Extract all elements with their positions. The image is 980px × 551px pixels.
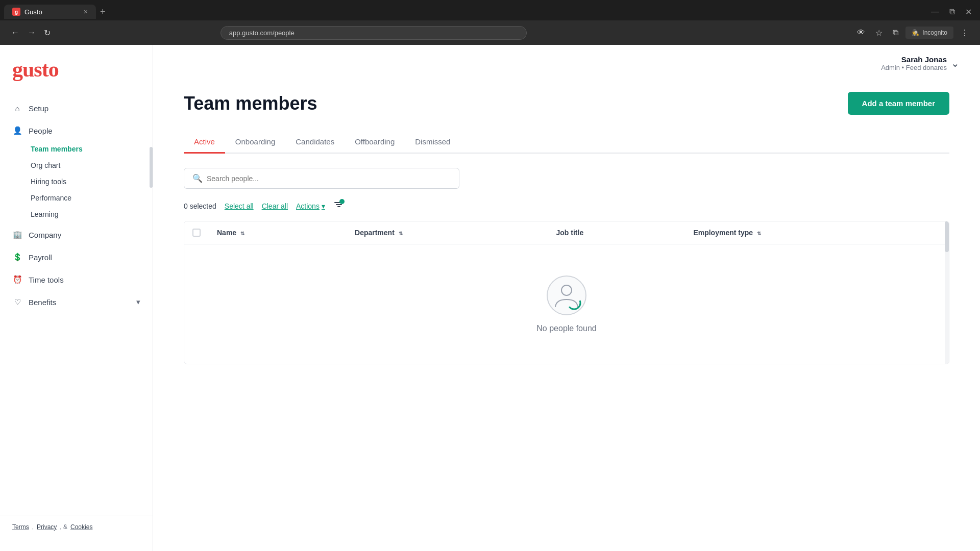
address-bar[interactable]: app.gusto.com/people — [220, 26, 527, 40]
benefits-label: Benefits — [29, 298, 56, 307]
time-tools-label: Time tools — [29, 276, 64, 284]
select-all-link[interactable]: Select all — [225, 202, 254, 210]
bookmark-icon[interactable]: ☆ — [872, 26, 886, 40]
incognito-label: Incognito — [922, 29, 947, 36]
table-container: Name ⇅ Department ⇅ Job title — [184, 221, 949, 364]
privacy-link[interactable]: Privacy — [37, 523, 57, 531]
performance-label: Performance — [31, 194, 71, 202]
sidebar-item-people[interactable]: 👤 People — [0, 120, 153, 141]
reload-button[interactable]: ↻ — [41, 26, 54, 40]
org-chart-label: Org chart — [31, 161, 60, 169]
column-name[interactable]: Name ⇅ — [209, 221, 347, 244]
address-text: app.gusto.com/people — [229, 29, 295, 37]
select-all-checkbox-header[interactable] — [184, 221, 209, 244]
hiring-tools-label: Hiring tools — [31, 178, 66, 186]
close-tab-button[interactable]: × — [84, 8, 88, 16]
filter-active-dot — [339, 199, 345, 204]
actions-arrow-icon: ▾ — [322, 202, 325, 210]
eye-slash-icon[interactable]: 👁 — [854, 26, 868, 39]
new-tab-button[interactable]: + — [96, 7, 110, 17]
search-input[interactable] — [207, 174, 451, 183]
selected-count: 0 selected — [184, 202, 216, 210]
setup-label: Setup — [29, 104, 48, 113]
sidebar-footer: Terms , Privacy , & Cookies — [0, 515, 153, 539]
tab-active[interactable]: Active — [184, 131, 225, 154]
no-people-icon — [546, 275, 587, 316]
people-section: 👤 People Team members Org chart Hiring t… — [0, 120, 153, 222]
actions-label: Actions — [296, 202, 320, 210]
search-wrapper[interactable]: 🔍 — [184, 168, 459, 189]
menu-button[interactable]: ⋮ — [958, 26, 972, 40]
user-name: Sarah Jonas — [881, 55, 947, 64]
no-people-state: No people found — [184, 244, 949, 364]
sidebar-item-setup[interactable]: ⌂ Setup — [0, 98, 153, 118]
split-view-icon[interactable]: ⧉ — [890, 26, 901, 39]
tab-candidates[interactable]: Candidates — [285, 131, 345, 154]
people-table: Name ⇅ Department ⇅ Job title — [184, 221, 949, 244]
restore-button[interactable]: ⧉ — [945, 5, 959, 18]
add-team-member-button[interactable]: Add a team member — [848, 92, 949, 115]
column-job-title: Job title — [548, 221, 685, 244]
tabs-bar: Active Onboarding Candidates Offboarding… — [184, 131, 949, 154]
people-label: People — [29, 127, 53, 135]
benefits-chevron: ▾ — [136, 297, 140, 307]
back-button[interactable]: ← — [8, 26, 22, 39]
tab-favicon: g — [12, 8, 20, 16]
sidebar-item-team-members[interactable]: Team members — [18, 141, 153, 157]
table-scroll[interactable]: Name ⇅ Department ⇅ Job title — [184, 221, 949, 244]
setup-icon: ⌂ — [12, 103, 22, 113]
company-label: Company — [29, 231, 61, 239]
sidebar-item-company[interactable]: 🏢 Company — [0, 224, 153, 245]
payroll-label: Payroll — [29, 253, 52, 262]
actions-button[interactable]: Actions ▾ — [296, 202, 325, 210]
minimize-button[interactable]: — — [927, 5, 943, 18]
user-info: Sarah Jonas Admin • Feed donares — [881, 55, 947, 71]
select-all-checkbox[interactable] — [192, 229, 201, 237]
name-sort-icon: ⇅ — [240, 231, 244, 236]
toolbar: 0 selected Select all Clear all Actions … — [184, 199, 949, 213]
tab-dismissed[interactable]: Dismissed — [405, 131, 460, 154]
filter-button[interactable] — [333, 199, 345, 213]
setup-section: ⌂ Setup — [0, 98, 153, 118]
forward-button[interactable]: → — [24, 26, 39, 39]
footer-sep2: , & — [60, 523, 67, 531]
incognito-button[interactable]: 🕵 Incognito — [905, 27, 953, 39]
search-container: 🔍 — [184, 168, 949, 189]
no-people-message: No people found — [536, 324, 596, 333]
table-scrollbar[interactable] — [945, 221, 949, 364]
page-title: Team members — [184, 93, 317, 114]
sidebar-item-learning[interactable]: Learning — [18, 206, 153, 222]
time-icon: ⏰ — [12, 274, 22, 285]
cookies-link[interactable]: Cookies — [70, 523, 92, 531]
sidebar-item-benefits[interactable]: ♡ Benefits ▾ — [0, 292, 153, 312]
table-scrollbar-thumb — [945, 221, 949, 252]
sidebar-item-time-tools[interactable]: ⏰ Time tools — [0, 269, 153, 290]
terms-link[interactable]: Terms — [12, 523, 29, 531]
user-role: Admin • Feed donares — [881, 64, 947, 71]
sidebar-item-org-chart[interactable]: Org chart — [18, 157, 153, 173]
page-header: Team members Add a team member — [184, 92, 949, 115]
sidebar-item-hiring-tools[interactable]: Hiring tools — [18, 173, 153, 190]
benefits-section: ♡ Benefits ▾ — [0, 292, 153, 312]
sidebar-item-performance[interactable]: Performance — [18, 190, 153, 206]
main-content: Team members Add a team member Active On… — [153, 71, 980, 551]
people-submenu: Team members Org chart Hiring tools Perf… — [0, 141, 153, 222]
close-window-button[interactable]: ✕ — [961, 5, 976, 19]
sidebar-item-payroll[interactable]: 💲 Payroll — [0, 247, 153, 267]
time-tools-section: ⏰ Time tools — [0, 269, 153, 290]
payroll-section: 💲 Payroll — [0, 247, 153, 267]
user-profile[interactable]: Sarah Jonas Admin • Feed donares ⌄ — [881, 55, 960, 71]
column-employment-type[interactable]: Employment type ⇅ — [685, 221, 949, 244]
learning-label: Learning — [31, 210, 59, 218]
sidebar-scrollbar[interactable] — [150, 147, 153, 188]
footer-sep1: , — [32, 523, 34, 531]
tab-offboarding[interactable]: Offboarding — [345, 131, 405, 154]
logo-area: gusto — [0, 57, 153, 98]
tab-onboarding[interactable]: Onboarding — [225, 131, 285, 154]
column-department[interactable]: Department ⇅ — [347, 221, 548, 244]
clear-all-link[interactable]: Clear all — [262, 202, 288, 210]
company-section: 🏢 Company — [0, 224, 153, 245]
active-tab[interactable]: g Gusto × — [4, 5, 96, 19]
benefits-icon: ♡ — [12, 297, 22, 307]
user-chevron-icon: ⌄ — [951, 57, 960, 69]
